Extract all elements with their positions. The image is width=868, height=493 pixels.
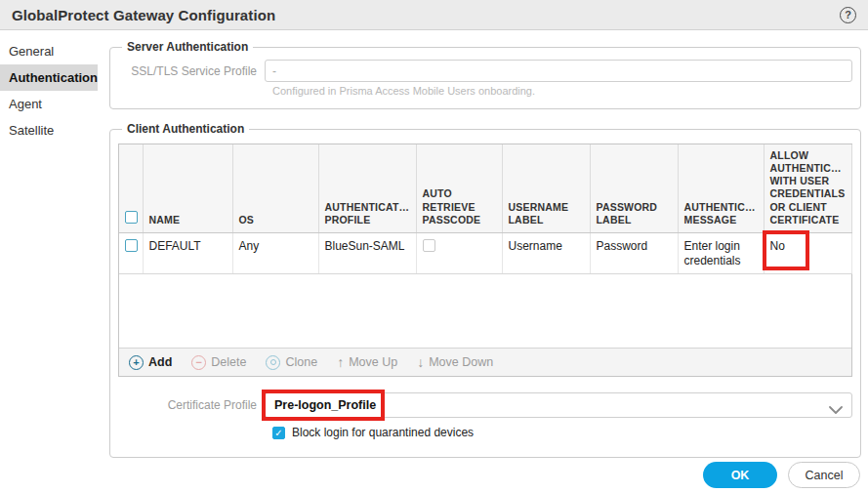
move-down-icon: ↓ <box>417 354 424 370</box>
dialog-titlebar: GlobalProtect Gateway Configuration ? <box>0 0 868 30</box>
sidebar-item-general[interactable]: General <box>0 38 98 64</box>
chevron-down-icon <box>829 401 843 419</box>
sidebar-item-agent[interactable]: Agent <box>0 91 98 117</box>
cell-authentication-profile[interactable]: BlueSun-SAML <box>318 232 416 273</box>
client-auth-table: NAME OS AUTHENTICAT… PROFILE AUTO RETRIE… <box>118 144 852 377</box>
server-authentication-section: Server Authentication SSL/TLS Service Pr… <box>109 40 861 109</box>
header-authentication-message[interactable]: AUTHENTIC… MESSAGE <box>678 144 764 232</box>
delete-icon: − <box>191 355 206 370</box>
header-username-label[interactable]: USERNAME LABEL <box>502 144 590 232</box>
ok-button[interactable]: OK <box>703 462 777 488</box>
ssl-tls-service-profile-label: SSL/TLS Service Profile <box>118 64 265 78</box>
certificate-profile-value: Pre-logon_Profile <box>274 398 376 412</box>
clone-icon <box>266 355 280 370</box>
move-up-button[interactable]: ↑ Move Up <box>337 354 397 370</box>
help-icon[interactable]: ? <box>840 7 856 23</box>
client-authentication-section: Client Authentication NAME OS <box>109 122 861 458</box>
header-name[interactable]: NAME <box>143 144 232 232</box>
add-button[interactable]: + Add <box>129 355 172 370</box>
globalprotect-gateway-config-dialog: GlobalProtect Gateway Configuration ? Ge… <box>0 0 868 493</box>
row-select-cell <box>119 232 143 273</box>
move-up-icon: ↑ <box>337 354 344 370</box>
delete-button[interactable]: − Delete <box>191 355 246 370</box>
table-header-row: NAME OS AUTHENTICAT… PROFILE AUTO RETRIE… <box>119 144 851 232</box>
table-row[interactable]: DEFAULT Any BlueSun-SAML Username Passwo… <box>119 232 851 273</box>
table-empty-area <box>119 273 851 348</box>
cancel-button[interactable]: Cancel <box>788 462 860 488</box>
block-login-label: Block login for quarantined devices <box>292 426 474 439</box>
cell-allow-authentication[interactable]: No <box>764 232 851 273</box>
header-select-all-cell <box>119 144 143 232</box>
auto-retrieve-checkbox[interactable] <box>423 239 435 252</box>
client-authentication-legend: Client Authentication <box>122 122 249 136</box>
certificate-profile-label: Certificate Profile <box>118 398 265 412</box>
header-authentication-profile[interactable]: AUTHENTICAT… PROFILE <box>318 144 416 232</box>
header-allow-authentication[interactable]: ALLOW AUTHENTIC… WITH USER CREDENTIALS O… <box>764 144 851 232</box>
ssl-tls-service-profile-input[interactable]: - <box>265 60 852 82</box>
server-authentication-legend: Server Authentication <box>122 40 253 54</box>
cell-name[interactable]: DEFAULT <box>143 232 232 273</box>
header-password-label[interactable]: PASSWORD LABEL <box>590 144 678 232</box>
row-checkbox[interactable] <box>125 239 138 252</box>
cell-auto-retrieve <box>416 232 502 273</box>
header-auto-retrieve-passcode[interactable]: AUTO RETRIEVE PASSCODE <box>416 144 502 232</box>
select-all-checkbox[interactable] <box>125 211 138 224</box>
add-icon: + <box>129 355 144 370</box>
dialog-footer: OK Cancel <box>703 462 860 488</box>
cell-os[interactable]: Any <box>232 232 318 273</box>
table-toolbar: + Add − Delete Clone ↑ <box>119 348 851 376</box>
cell-password-label[interactable]: Password <box>590 232 678 273</box>
block-login-checkbox[interactable]: ✓ <box>272 427 285 439</box>
sidebar-item-authentication[interactable]: Authentication <box>0 64 98 91</box>
sidebar-item-satellite[interactable]: Satellite <box>0 117 98 144</box>
clone-button[interactable]: Clone <box>266 355 317 370</box>
move-down-button[interactable]: ↓ Move Down <box>417 354 493 370</box>
cell-username-label[interactable]: Username <box>502 232 590 273</box>
header-os[interactable]: OS <box>232 144 318 232</box>
cell-authentication-message[interactable]: Enter login credentials <box>678 232 764 273</box>
certificate-profile-dropdown[interactable]: Pre-logon_Profile <box>265 392 852 418</box>
dialog-title: GlobalProtect Gateway Configuration <box>12 7 275 23</box>
ssl-tls-hint-text: Configured in Prisma Access Mobile Users… <box>272 85 852 97</box>
ssl-tls-service-profile-value: - <box>272 64 276 78</box>
sidebar: General Authentication Agent Satellite <box>0 30 98 471</box>
